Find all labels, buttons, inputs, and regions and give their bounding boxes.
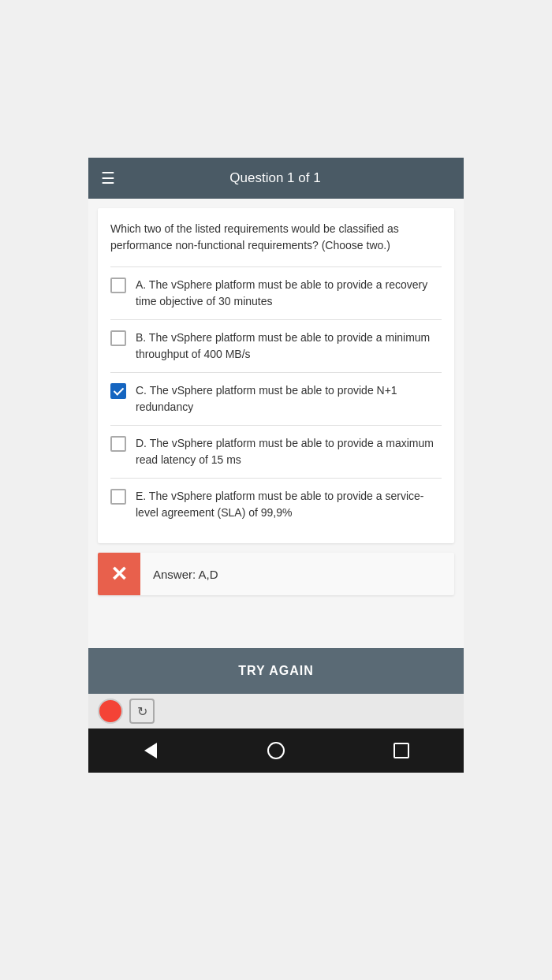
- checkbox-c[interactable]: [110, 383, 126, 399]
- option-a[interactable]: A. The vSphere platform must be able to …: [110, 266, 442, 319]
- option-e[interactable]: E. The vSphere platform must be able to …: [110, 478, 442, 531]
- spacer: [88, 605, 464, 648]
- option-d[interactable]: D. The vSphere platform must be able to …: [110, 425, 442, 478]
- app-frame: ☰ Question 1 of 1 Which two of the liste…: [88, 158, 464, 773]
- record-button[interactable]: [98, 699, 123, 724]
- home-button[interactable]: [260, 735, 292, 766]
- question-text: Which two of the listed requirements wou…: [110, 221, 442, 254]
- option-b-text: B. The vSphere platform must be able to …: [136, 330, 442, 363]
- checkbox-d[interactable]: [110, 436, 126, 452]
- system-bar: ↻: [88, 694, 464, 728]
- phone-container: ☰ Question 1 of 1 Which two of the liste…: [0, 0, 552, 980]
- option-b[interactable]: B. The vSphere platform must be able to …: [110, 319, 442, 372]
- header-title: Question 1 of 1: [128, 170, 423, 186]
- back-button[interactable]: [135, 735, 166, 766]
- answer-row: ✕ Answer: A,D: [98, 553, 454, 595]
- checkbox-a[interactable]: [110, 278, 126, 293]
- checkbox-e[interactable]: [110, 489, 126, 505]
- option-d-text: D. The vSphere platform must be able to …: [136, 435, 442, 468]
- nav-bar: [88, 728, 464, 773]
- header: ☰ Question 1 of 1: [88, 158, 464, 199]
- answer-text: Answer: A,D: [140, 568, 231, 581]
- option-c[interactable]: C. The vSphere platform must be able to …: [110, 372, 442, 425]
- x-icon: ✕: [110, 562, 128, 587]
- checkbox-b[interactable]: [110, 330, 126, 346]
- answer-incorrect-icon: ✕: [98, 553, 140, 595]
- option-e-text: E. The vSphere platform must be able to …: [136, 488, 442, 521]
- refresh-button[interactable]: ↻: [129, 699, 155, 724]
- recents-button[interactable]: [386, 735, 417, 766]
- option-a-text: A. The vSphere platform must be able to …: [136, 277, 442, 310]
- question-card: Which two of the listed requirements wou…: [98, 208, 454, 543]
- refresh-icon: ↻: [137, 704, 147, 719]
- try-again-button[interactable]: TRY AGAIN: [88, 648, 464, 694]
- menu-icon[interactable]: ☰: [101, 169, 115, 188]
- option-c-text: C. The vSphere platform must be able to …: [136, 382, 442, 415]
